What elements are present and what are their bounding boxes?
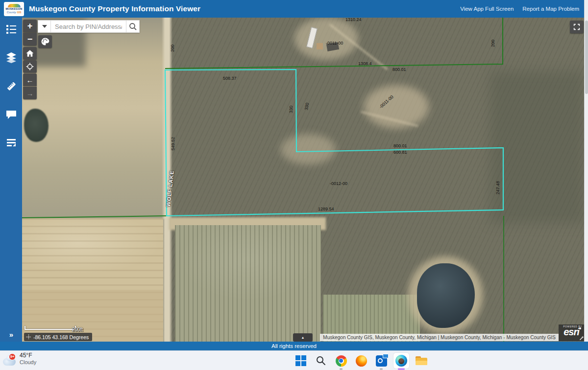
parcel-dimension-label: 800.01 — [393, 144, 407, 148]
screen: MUSKEGON County GIS Muskegon County Prop… — [0, 0, 588, 370]
start-button[interactable] — [293, 353, 309, 369]
outlook-icon[interactable] — [373, 353, 389, 369]
edge-logo — [395, 355, 407, 367]
weather-widget[interactable]: 9+ 45°F Cloudy — [3, 352, 36, 366]
scale-bar — [24, 326, 76, 330]
wrench-icon — [579, 336, 584, 341]
app-header: MUSKEGON County GIS Muskegon County Prop… — [0, 0, 588, 18]
county-logo: MUSKEGON County GIS — [4, 2, 24, 16]
comment-icon — [5, 109, 17, 120]
weather-condition: Cloudy — [20, 359, 36, 366]
locate-icon — [25, 62, 34, 71]
esri-logo-dot — [579, 327, 581, 329]
search-submit-button[interactable] — [126, 20, 140, 33]
footer-bar: All rights reserved — [0, 342, 588, 350]
parcel-dimension-label: 1308.4 — [358, 62, 372, 66]
search-icon — [316, 355, 326, 366]
logo-arc — [8, 4, 21, 7]
coordinate-display: -86.105 43.168 Degrees — [24, 333, 92, 341]
parcel-dimension-label: 1310.24 — [345, 18, 362, 22]
chrome-icon[interactable] — [333, 353, 349, 369]
map-attribution: Muskegon County GIS, Muskegon County, Mi… — [320, 334, 559, 341]
parcel-dimension-label: 200 — [491, 40, 495, 47]
ruler-icon — [5, 80, 17, 92]
zoom-controls: + − — [23, 20, 37, 46]
home-button[interactable] — [23, 47, 37, 60]
scrollbar[interactable] — [584, 0, 588, 350]
minus-icon: − — [27, 35, 33, 44]
link-view-full-screen[interactable]: View App Full Screen — [460, 6, 514, 12]
outlook-logo — [376, 355, 387, 367]
parcel-dimension-label: 1289.54 — [318, 207, 334, 211]
parcel-dimension-label: 247.48 — [496, 181, 500, 195]
scrollbar-thumb[interactable] — [585, 21, 588, 94]
plus-icon: + — [27, 22, 33, 30]
firefox-logo — [356, 355, 367, 367]
attribution-toggle-button[interactable]: ▲ — [293, 333, 313, 342]
taskbar: 9+ 45°F Cloudy — [0, 350, 588, 370]
draw-icon — [5, 137, 17, 149]
search-input[interactable] — [51, 20, 126, 33]
previous-extent-button[interactable]: ← — [23, 73, 37, 86]
extent-navigation: ← → — [23, 73, 37, 99]
parcel-dimension-label: 800.01 — [392, 68, 406, 72]
parcel-dimension-label: 508.37 — [223, 76, 237, 81]
edge-icon[interactable] — [393, 353, 409, 369]
folder-icon — [416, 356, 427, 365]
parcel-dimension-label: 330 — [289, 106, 294, 113]
home-icon — [25, 49, 34, 58]
fullscreen-icon — [573, 23, 581, 31]
sidebar-item-measurement[interactable] — [0, 76, 22, 96]
parcel-boundary-highlight — [165, 69, 503, 216]
parcel-dimension-label: 549.52 — [171, 137, 175, 151]
map-canvas[interactable]: 1310.24 -0011-00 1308.4 800.01 508.37 20… — [22, 18, 584, 342]
running-indicator — [340, 369, 343, 370]
parcel-number-label: -0012-00 — [330, 182, 347, 186]
sidebar: » — [0, 18, 22, 342]
file-explorer-icon[interactable] — [414, 353, 429, 369]
scale-bar-label: 200ft — [72, 327, 83, 332]
chrome-logo — [336, 355, 347, 367]
parcel-lines-overlay — [22, 18, 584, 342]
section-line — [22, 216, 167, 218]
sidebar-item-legend[interactable] — [0, 20, 22, 39]
parcel-number-label: -0011-00 — [326, 41, 343, 46]
sidebar-item-feedback[interactable] — [0, 105, 22, 124]
profile-avatar — [398, 358, 404, 364]
search-source-dropdown-button[interactable] — [38, 20, 51, 33]
outlook-ring — [378, 358, 383, 363]
envelope-icon — [383, 354, 389, 358]
basemap-gallery-button[interactable] — [38, 35, 52, 48]
logo-text-county: County — [7, 11, 16, 14]
header-links: View App Full Screen Report a Map Proble… — [460, 6, 579, 12]
crosshair-icon — [26, 334, 31, 340]
taskbar-icons — [293, 351, 429, 370]
sidebar-item-draw[interactable] — [0, 133, 22, 153]
windows-icon — [295, 355, 306, 366]
weather-temperature: 45°F — [20, 352, 36, 359]
zoom-in-button[interactable]: + — [23, 20, 37, 32]
parcel-dimension-label: 600.81 — [393, 150, 407, 155]
search-bar — [38, 20, 140, 33]
logo-text-gis: GIS — [17, 11, 22, 14]
next-extent-button[interactable]: → — [23, 87, 37, 99]
link-report-map-problem[interactable]: Report a Map Problem — [522, 6, 579, 12]
zoom-out-button[interactable]: − — [23, 33, 37, 46]
search-icon — [128, 22, 137, 31]
firefox-icon[interactable] — [353, 353, 369, 369]
legend-icon — [5, 23, 17, 35]
active-indicator — [398, 369, 405, 370]
weather-badge: 9+ — [9, 353, 16, 360]
chevron-down-icon — [42, 25, 47, 28]
running-indicator — [380, 369, 383, 370]
cloud-icon: 9+ — [3, 358, 16, 366]
sidebar-item-layers[interactable] — [0, 48, 22, 68]
page-title: Muskegon County Property Information Vie… — [29, 4, 200, 13]
fullscreen-button[interactable] — [570, 21, 584, 33]
taskbar-search-button[interactable] — [313, 353, 329, 369]
locate-button[interactable] — [23, 60, 37, 73]
parcel-dimension-label: 200 — [171, 45, 175, 52]
esri-logo: POWERED BY esri — [559, 324, 584, 341]
sidebar-expand-button[interactable]: » — [0, 330, 22, 339]
footer-text: All rights reserved — [271, 343, 317, 349]
